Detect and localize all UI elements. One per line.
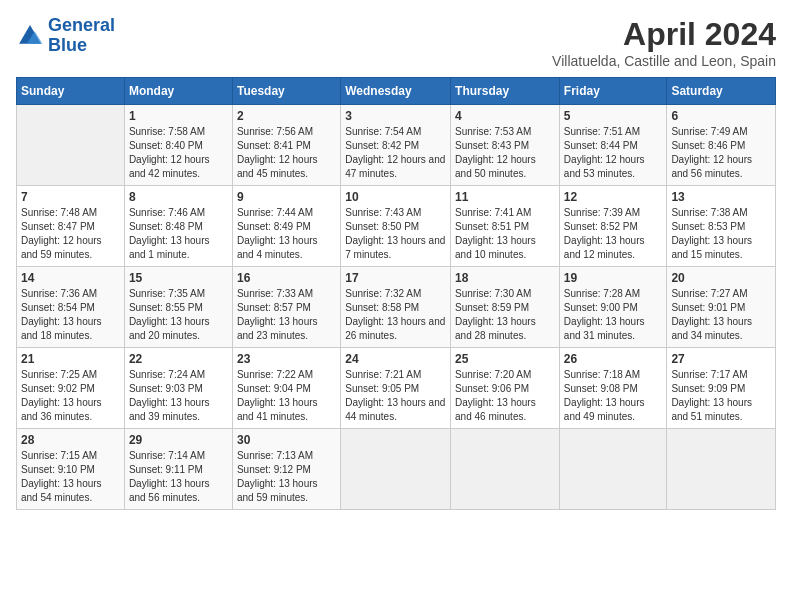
sunrise-text: Sunrise: 7:15 AM (21, 449, 120, 463)
day-info: Sunrise: 7:21 AM Sunset: 9:05 PM Dayligh… (345, 368, 446, 424)
sunset-text: Sunset: 8:53 PM (671, 220, 771, 234)
daylight-text: Daylight: 13 hours and 54 minutes. (21, 477, 120, 505)
calendar-cell: 21 Sunrise: 7:25 AM Sunset: 9:02 PM Dayl… (17, 348, 125, 429)
title-block: April 2024 Villatuelda, Castille and Leo… (552, 16, 776, 69)
daylight-text: Daylight: 12 hours and 45 minutes. (237, 153, 336, 181)
calendar-cell (667, 429, 776, 510)
calendar-cell: 1 Sunrise: 7:58 AM Sunset: 8:40 PM Dayli… (124, 105, 232, 186)
sunset-text: Sunset: 8:52 PM (564, 220, 663, 234)
sunset-text: Sunset: 9:08 PM (564, 382, 663, 396)
sunset-text: Sunset: 8:42 PM (345, 139, 446, 153)
calendar-cell: 18 Sunrise: 7:30 AM Sunset: 8:59 PM Dayl… (451, 267, 560, 348)
day-info: Sunrise: 7:36 AM Sunset: 8:54 PM Dayligh… (21, 287, 120, 343)
logo-icon (16, 22, 44, 50)
sunset-text: Sunset: 9:12 PM (237, 463, 336, 477)
day-number: 23 (237, 352, 336, 366)
daylight-text: Daylight: 13 hours and 10 minutes. (455, 234, 555, 262)
sunrise-text: Sunrise: 7:33 AM (237, 287, 336, 301)
weekday-header: Saturday (667, 78, 776, 105)
calendar-cell: 2 Sunrise: 7:56 AM Sunset: 8:41 PM Dayli… (232, 105, 340, 186)
daylight-text: Daylight: 12 hours and 42 minutes. (129, 153, 228, 181)
daylight-text: Daylight: 13 hours and 41 minutes. (237, 396, 336, 424)
sunrise-text: Sunrise: 7:39 AM (564, 206, 663, 220)
daylight-text: Daylight: 13 hours and 39 minutes. (129, 396, 228, 424)
day-number: 7 (21, 190, 120, 204)
sunset-text: Sunset: 9:00 PM (564, 301, 663, 315)
day-number: 6 (671, 109, 771, 123)
daylight-text: Daylight: 13 hours and 26 minutes. (345, 315, 446, 343)
sunrise-text: Sunrise: 7:18 AM (564, 368, 663, 382)
daylight-text: Daylight: 13 hours and 7 minutes. (345, 234, 446, 262)
sunrise-text: Sunrise: 7:13 AM (237, 449, 336, 463)
sunset-text: Sunset: 8:44 PM (564, 139, 663, 153)
day-number: 20 (671, 271, 771, 285)
calendar-cell: 10 Sunrise: 7:43 AM Sunset: 8:50 PM Dayl… (341, 186, 451, 267)
calendar-cell: 26 Sunrise: 7:18 AM Sunset: 9:08 PM Dayl… (559, 348, 667, 429)
logo: General Blue (16, 16, 115, 56)
day-info: Sunrise: 7:13 AM Sunset: 9:12 PM Dayligh… (237, 449, 336, 505)
weekday-header: Friday (559, 78, 667, 105)
weekday-header: Wednesday (341, 78, 451, 105)
day-info: Sunrise: 7:46 AM Sunset: 8:48 PM Dayligh… (129, 206, 228, 262)
day-number: 13 (671, 190, 771, 204)
calendar-cell: 22 Sunrise: 7:24 AM Sunset: 9:03 PM Dayl… (124, 348, 232, 429)
sunrise-text: Sunrise: 7:48 AM (21, 206, 120, 220)
calendar-week-row: 21 Sunrise: 7:25 AM Sunset: 9:02 PM Dayl… (17, 348, 776, 429)
calendar-cell: 20 Sunrise: 7:27 AM Sunset: 9:01 PM Dayl… (667, 267, 776, 348)
day-number: 15 (129, 271, 228, 285)
day-number: 25 (455, 352, 555, 366)
calendar-cell: 25 Sunrise: 7:20 AM Sunset: 9:06 PM Dayl… (451, 348, 560, 429)
logo-blue: Blue (48, 36, 115, 56)
day-number: 11 (455, 190, 555, 204)
sunset-text: Sunset: 9:05 PM (345, 382, 446, 396)
location-subtitle: Villatuelda, Castille and Leon, Spain (552, 53, 776, 69)
day-info: Sunrise: 7:32 AM Sunset: 8:58 PM Dayligh… (345, 287, 446, 343)
calendar-cell: 23 Sunrise: 7:22 AM Sunset: 9:04 PM Dayl… (232, 348, 340, 429)
day-number: 2 (237, 109, 336, 123)
day-info: Sunrise: 7:15 AM Sunset: 9:10 PM Dayligh… (21, 449, 120, 505)
day-number: 29 (129, 433, 228, 447)
day-number: 4 (455, 109, 555, 123)
sunrise-text: Sunrise: 7:22 AM (237, 368, 336, 382)
day-number: 27 (671, 352, 771, 366)
calendar-table: SundayMondayTuesdayWednesdayThursdayFrid… (16, 77, 776, 510)
sunrise-text: Sunrise: 7:24 AM (129, 368, 228, 382)
month-title: April 2024 (552, 16, 776, 53)
weekday-header: Sunday (17, 78, 125, 105)
calendar-cell: 16 Sunrise: 7:33 AM Sunset: 8:57 PM Dayl… (232, 267, 340, 348)
sunrise-text: Sunrise: 7:27 AM (671, 287, 771, 301)
calendar-week-row: 7 Sunrise: 7:48 AM Sunset: 8:47 PM Dayli… (17, 186, 776, 267)
sunrise-text: Sunrise: 7:21 AM (345, 368, 446, 382)
calendar-cell: 12 Sunrise: 7:39 AM Sunset: 8:52 PM Dayl… (559, 186, 667, 267)
sunrise-text: Sunrise: 7:25 AM (21, 368, 120, 382)
sunrise-text: Sunrise: 7:54 AM (345, 125, 446, 139)
calendar-cell: 3 Sunrise: 7:54 AM Sunset: 8:42 PM Dayli… (341, 105, 451, 186)
calendar-header: SundayMondayTuesdayWednesdayThursdayFrid… (17, 78, 776, 105)
calendar-cell (341, 429, 451, 510)
calendar-cell: 6 Sunrise: 7:49 AM Sunset: 8:46 PM Dayli… (667, 105, 776, 186)
day-info: Sunrise: 7:27 AM Sunset: 9:01 PM Dayligh… (671, 287, 771, 343)
calendar-cell: 4 Sunrise: 7:53 AM Sunset: 8:43 PM Dayli… (451, 105, 560, 186)
sunset-text: Sunset: 9:03 PM (129, 382, 228, 396)
daylight-text: Daylight: 13 hours and 18 minutes. (21, 315, 120, 343)
calendar-cell: 27 Sunrise: 7:17 AM Sunset: 9:09 PM Dayl… (667, 348, 776, 429)
day-info: Sunrise: 7:49 AM Sunset: 8:46 PM Dayligh… (671, 125, 771, 181)
sunrise-text: Sunrise: 7:14 AM (129, 449, 228, 463)
calendar-cell: 5 Sunrise: 7:51 AM Sunset: 8:44 PM Dayli… (559, 105, 667, 186)
sunrise-text: Sunrise: 7:58 AM (129, 125, 228, 139)
calendar-cell: 17 Sunrise: 7:32 AM Sunset: 8:58 PM Dayl… (341, 267, 451, 348)
sunset-text: Sunset: 8:59 PM (455, 301, 555, 315)
day-number: 12 (564, 190, 663, 204)
day-number: 1 (129, 109, 228, 123)
logo-text: General Blue (48, 16, 115, 56)
calendar-cell (451, 429, 560, 510)
sunset-text: Sunset: 8:50 PM (345, 220, 446, 234)
sunset-text: Sunset: 8:54 PM (21, 301, 120, 315)
calendar-cell: 28 Sunrise: 7:15 AM Sunset: 9:10 PM Dayl… (17, 429, 125, 510)
page-header: General Blue April 2024 Villatuelda, Cas… (16, 16, 776, 69)
daylight-text: Daylight: 13 hours and 46 minutes. (455, 396, 555, 424)
day-number: 14 (21, 271, 120, 285)
day-info: Sunrise: 7:30 AM Sunset: 8:59 PM Dayligh… (455, 287, 555, 343)
daylight-text: Daylight: 13 hours and 1 minute. (129, 234, 228, 262)
calendar-week-row: 1 Sunrise: 7:58 AM Sunset: 8:40 PM Dayli… (17, 105, 776, 186)
